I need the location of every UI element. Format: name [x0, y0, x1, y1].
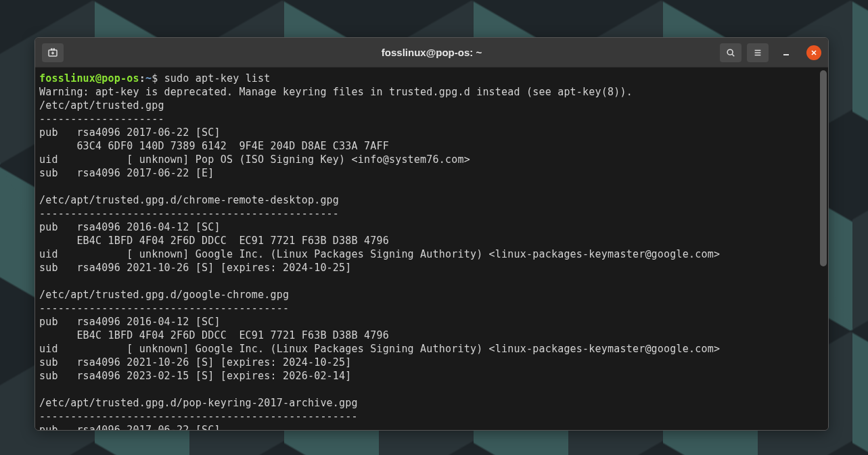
prompt-separator: :	[139, 72, 145, 85]
terminal-content: fosslinux@pop-os:~$ sudo apt-key list Wa…	[39, 72, 824, 430]
output-line: 63C4 6DF0 140D 7389 6142 9F4E 204D D8AE …	[39, 140, 389, 152]
svg-line-6	[732, 54, 734, 56]
minimize-icon	[782, 49, 790, 57]
search-icon	[726, 48, 735, 57]
close-button[interactable]	[806, 45, 821, 60]
menu-button[interactable]	[747, 43, 769, 62]
prompt-path: ~	[145, 72, 152, 85]
output-line: pub rsa4096 2016-04-12 [SC]	[39, 316, 221, 328]
new-tab-icon	[47, 47, 58, 58]
output-line: EB4C 1BFD 4F04 2F6D DDCC EC91 7721 F63B …	[39, 329, 389, 341]
output-line: pub rsa4096 2017-06-22 [SC]	[39, 126, 221, 139]
output-line: sub rsa4096 2021-10-26 [S] [expires: 202…	[39, 262, 352, 274]
output-line: ----------------------------------------…	[39, 208, 339, 220]
scrollbar[interactable]	[820, 70, 827, 266]
output-line: uid [ unknown] Google Inc. (Linux Packag…	[39, 248, 720, 260]
output-line: uid [ unknown] Google Inc. (Linux Packag…	[39, 343, 720, 355]
titlebar: fosslinux@pop-os: ~	[35, 38, 828, 68]
terminal-body[interactable]: fosslinux@pop-os:~$ sudo apt-key list Wa…	[35, 68, 828, 430]
terminal-window: fosslinux@pop-os: ~	[35, 37, 829, 431]
output-line: pub rsa4096 2016-04-12 [SC]	[39, 221, 221, 233]
minimize-button[interactable]	[778, 45, 794, 61]
output-line: --------------------	[39, 113, 164, 125]
output-line: /etc/apt/trusted.gpg.d/pop-keyring-2017-…	[39, 397, 358, 409]
svg-rect-2	[53, 48, 55, 50]
output-line: sub rsa4096 2021-10-26 [S] [expires: 202…	[39, 356, 352, 368]
output-line: ----------------------------------------	[39, 302, 289, 314]
titlebar-left	[42, 43, 64, 62]
output-line: sub rsa4096 2017-06-22 [E]	[39, 167, 214, 179]
hamburger-icon	[753, 48, 762, 57]
titlebar-right	[720, 43, 821, 62]
output-line: uid [ unknown] Pop OS (ISO Signing Key) …	[39, 153, 470, 166]
output-line: /etc/apt/trusted.gpg.d/google-chrome.gpg	[39, 289, 289, 301]
output-line: /etc/apt/trusted.gpg	[39, 99, 164, 112]
output-line: ----------------------------------------…	[39, 410, 358, 423]
svg-point-5	[727, 49, 733, 55]
output-line: sub rsa4096 2023-02-15 [S] [expires: 202…	[39, 370, 352, 382]
command-text: sudo apt-key list	[164, 72, 271, 85]
close-icon	[810, 49, 817, 56]
window-title: fosslinux@pop-os: ~	[382, 47, 482, 58]
prompt-user-host: fosslinux@pop-os	[39, 72, 139, 85]
new-tab-button[interactable]	[42, 43, 64, 62]
search-button[interactable]	[720, 43, 741, 62]
prompt-symbol: $	[152, 72, 164, 85]
output-line: /etc/apt/trusted.gpg.d/chrome-remote-des…	[39, 194, 339, 206]
output-line: EB4C 1BFD 4F04 2F6D DDCC EC91 7721 F63B …	[39, 235, 389, 247]
output-line: pub rsa4096 2017-06-22 [SC]	[39, 424, 221, 430]
svg-rect-1	[51, 48, 53, 50]
output-line: Warning: apt-key is deprecated. Manage k…	[39, 86, 633, 98]
